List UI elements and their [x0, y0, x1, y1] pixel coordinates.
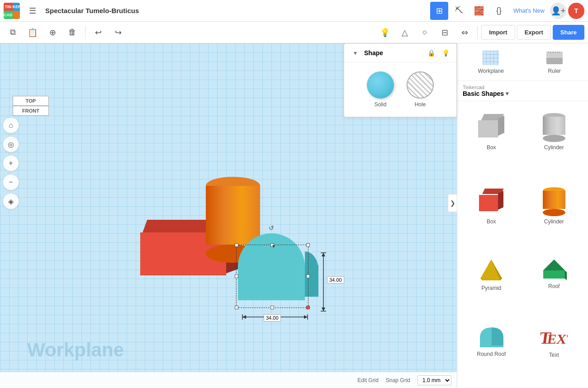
- zoom-in-button[interactable]: +: [3, 155, 19, 171]
- drop-indicator: ▼: [271, 244, 276, 249]
- zoom-out-button[interactable]: −: [3, 174, 19, 190]
- right-sidebar: Workplane Ruler Tinkercad Basic Shapes ▾: [457, 43, 588, 388]
- shape-card-label-roof: Roof: [548, 283, 560, 289]
- svg-marker-6: [322, 253, 325, 256]
- shape-card-round-roof[interactable]: Round Roof: [461, 320, 522, 385]
- home-view-button[interactable]: ⌂: [3, 117, 19, 133]
- shape-panel-collapse[interactable]: ▾: [350, 47, 360, 58]
- hamburger-button[interactable]: ☰: [24, 2, 42, 20]
- logo-cell-cad: CAD: [4, 11, 13, 19]
- import-button[interactable]: Import: [481, 25, 515, 40]
- shape-card-cyl-gray[interactable]: Cylinder: [524, 105, 585, 177]
- light-button[interactable]: 💡: [376, 24, 394, 42]
- snap-grid-select[interactable]: 1.0 mm 0.5 mm 2.0 mm: [417, 375, 451, 385]
- duplicate-button[interactable]: ⊕: [43, 24, 62, 42]
- share-button[interactable]: Share: [553, 25, 584, 40]
- workplane-button[interactable]: Workplane: [461, 47, 521, 77]
- shape-card-roof[interactable]: Roof: [524, 253, 585, 318]
- shape-panel-title: Shape: [364, 49, 422, 57]
- undo-button[interactable]: ↩: [89, 24, 107, 42]
- cyl-orange-bot: [543, 209, 565, 216]
- ruler-button[interactable]: Ruler: [525, 47, 585, 77]
- build-button[interactable]: ⛏: [450, 2, 468, 20]
- hole-label: Hole: [415, 101, 426, 108]
- library-selector[interactable]: Basic Shapes ▾: [463, 90, 583, 97]
- edit-grid-label[interactable]: Edit Grid: [357, 377, 379, 383]
- shape-card-cyl-orange[interactable]: Cylinder: [524, 179, 585, 251]
- shape-library-header: Tinkercad Basic Shapes ▾: [457, 81, 588, 101]
- hole-shape-option[interactable]: Hole: [403, 68, 437, 111]
- copy-button[interactable]: ⧉: [4, 24, 22, 42]
- workplane-grid-icon: [483, 51, 499, 65]
- teal-roof-body: [238, 269, 305, 300]
- topbar: TIN KER CAD ☰ Spectacular Tumelo-Bruticu…: [0, 0, 588, 22]
- shape-panel-light[interactable]: 💡: [440, 47, 451, 58]
- shape-card-label-cyl-orange: Cylinder: [544, 218, 564, 225]
- shape-card-pyramid[interactable]: Pyramid: [461, 253, 522, 318]
- shape-card-box-gray[interactable]: Box: [461, 105, 522, 177]
- visibility-buttons: 💡 △ ○ ⊟ ⇔: [376, 24, 474, 42]
- user-button[interactable]: 👤+: [550, 3, 566, 19]
- redo-button[interactable]: ↪: [109, 24, 127, 42]
- shape-card-label-pyramid: Pyramid: [481, 285, 501, 291]
- thumb-box-red: [475, 184, 507, 216]
- logo-cell-br: [13, 11, 20, 19]
- whats-new-button[interactable]: What's New: [510, 5, 548, 16]
- perspective-button[interactable]: ◈: [3, 193, 19, 209]
- grid-button[interactable]: ○: [416, 24, 434, 42]
- svg-marker-7: [322, 308, 325, 311]
- library-sublabel: Tinkercad: [463, 85, 583, 90]
- snap-grid-label: Snap Grid: [386, 377, 410, 383]
- svg-marker-11: [480, 260, 502, 280]
- svg-marker-15: [565, 270, 567, 280]
- thumb-roof: [541, 258, 567, 280]
- dim-label-h: 34.00: [264, 314, 281, 322]
- shape-card-label-round-roof: Round Roof: [477, 351, 506, 357]
- align-button[interactable]: ⊟: [436, 24, 454, 42]
- shape-panel: ▾ Shape 🔒 💡 Solid Hole: [344, 43, 457, 117]
- delete-button[interactable]: 🗑: [63, 24, 81, 42]
- handle-top-right[interactable]: [306, 243, 310, 247]
- ruler-label: Ruler: [548, 68, 561, 74]
- mirror-button[interactable]: ⇔: [455, 24, 474, 42]
- handle-bottom-right[interactable]: [306, 306, 310, 309]
- shape-panel-lock[interactable]: 🔒: [426, 47, 436, 58]
- main-area: TOP FRONT ⌂ ◎ + − ◈: [0, 43, 588, 388]
- paste-button[interactable]: 📋: [24, 24, 42, 42]
- workplane-label: Workplane: [478, 68, 504, 74]
- box-red-front-face: [479, 195, 498, 211]
- solid-label: Solid: [375, 101, 387, 108]
- orange-cyl-body: [206, 186, 260, 245]
- rotation-handle[interactable]: ↺: [269, 224, 274, 232]
- import-nav-button[interactable]: 🧱: [470, 2, 488, 20]
- thumb-text: T EXT: [541, 325, 568, 349]
- handle-bottom-mid[interactable]: [270, 306, 274, 309]
- ruler-icon-container: [545, 50, 564, 66]
- export-button[interactable]: Export: [517, 25, 551, 40]
- shape-card-box-red[interactable]: Box: [461, 179, 522, 251]
- cyl-gray-body: [543, 117, 565, 135]
- fit-view-button[interactable]: ◎: [3, 136, 19, 152]
- shape-card-text[interactable]: T EXT Text: [524, 320, 585, 385]
- view-top-label[interactable]: TOP: [13, 96, 49, 106]
- shape-view-button[interactable]: △: [396, 24, 414, 42]
- code-button[interactable]: {}: [490, 2, 508, 20]
- grid-view-button[interactable]: ⊞: [430, 2, 448, 20]
- panel-toggle[interactable]: ❯: [448, 194, 457, 212]
- tinkercad-button[interactable]: T: [568, 3, 584, 19]
- logo-cell-ker: KER: [13, 3, 20, 11]
- shape-card-label-text: Text: [549, 352, 559, 358]
- solid-sphere-icon: [367, 71, 394, 99]
- svg-marker-2: [304, 315, 308, 319]
- bottom-bar: Edit Grid Snap Grid 1.0 mm 0.5 mm 2.0 mm: [0, 372, 457, 388]
- handle-bottom-left[interactable]: [235, 306, 238, 309]
- svg-rect-16: [480, 345, 503, 347]
- box-gray-front-face: [478, 120, 498, 137]
- logo: TIN KER CAD: [4, 3, 20, 19]
- solid-shape-option[interactable]: Solid: [363, 68, 398, 111]
- svg-marker-1: [242, 315, 246, 319]
- shape-options: Solid Hole: [344, 62, 456, 117]
- library-label: Basic Shapes: [463, 90, 504, 97]
- toolbar-separator-1: [85, 26, 85, 39]
- library-arrow-icon: ▾: [506, 90, 508, 97]
